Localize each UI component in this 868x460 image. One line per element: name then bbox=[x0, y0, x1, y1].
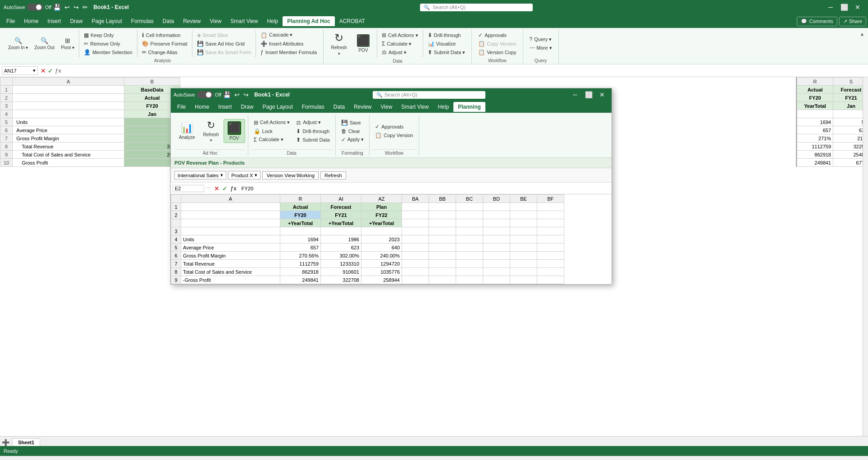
s-menu-home[interactable]: Home bbox=[190, 102, 214, 112]
menu-insert[interactable]: Insert bbox=[43, 16, 65, 26]
save-icon[interactable]: 💾 bbox=[51, 4, 63, 11]
menu-view[interactable]: View bbox=[206, 16, 226, 26]
s-menu-pagelayout[interactable]: Page Layout bbox=[258, 102, 297, 112]
second-formula-menu[interactable]: ⋯ bbox=[206, 185, 211, 191]
menu-help[interactable]: Help bbox=[262, 16, 283, 26]
add-sheet-btn[interactable]: ➕ bbox=[2, 439, 9, 446]
remove-only-btn[interactable]: ✂ Remove Only bbox=[81, 40, 135, 48]
second-cell-ref[interactable]: E2 bbox=[173, 185, 204, 192]
second-undo-icon[interactable]: ↩ bbox=[233, 91, 242, 98]
calculate-btn[interactable]: Σ Calculate ▾ bbox=[379, 40, 421, 48]
analyze-btn[interactable]: 📊 Analyze bbox=[175, 120, 199, 142]
menu-review[interactable]: Review bbox=[178, 16, 205, 26]
second-cell-actions-btn[interactable]: ⊞ Cell Actions ▾ bbox=[251, 119, 293, 127]
second-refresh-btn[interactable]: ↻ Refresh ▾ bbox=[200, 118, 223, 144]
second-calculate-btn[interactable]: Σ Calculate ▾ bbox=[251, 136, 293, 144]
insert-member-btn[interactable]: ƒ Insert Member Formula bbox=[258, 48, 320, 56]
second-search[interactable]: 🔍 Search (Alt+Q) bbox=[373, 91, 485, 99]
touch-icon[interactable]: ✏ bbox=[81, 4, 90, 11]
cell-name-box[interactable]: AN17 ▾ bbox=[2, 66, 38, 75]
restore-btn[interactable]: ⬜ bbox=[837, 0, 851, 14]
comments-btn[interactable]: 💬 Comments bbox=[797, 17, 837, 26]
second-redo-icon[interactable]: ↪ bbox=[242, 91, 251, 98]
s-menu-view[interactable]: View bbox=[376, 102, 397, 112]
second-close-btn[interactable]: ✕ bbox=[595, 87, 609, 102]
search-bar[interactable]: 🔍 Search (Alt+Q) bbox=[420, 4, 533, 11]
second-save-btn[interactable]: 💾 Save bbox=[338, 119, 367, 127]
change-alias-btn[interactable]: ✏ Change Alias bbox=[139, 48, 190, 56]
menu-acrobat[interactable]: ACROBAT bbox=[335, 16, 370, 26]
formula-confirm-icon[interactable]: ✓ bbox=[48, 67, 53, 74]
formula-cancel-icon[interactable]: ✕ bbox=[41, 67, 46, 74]
formula-input[interactable] bbox=[64, 70, 866, 72]
member-selection-btn[interactable]: 👤 Member Selection bbox=[81, 48, 135, 56]
second-approvals-btn[interactable]: ✓ Approvals bbox=[372, 123, 416, 131]
second-restore-btn[interactable]: ⬜ bbox=[582, 87, 595, 102]
autosave-toggle[interactable]: AutoSave Off bbox=[4, 4, 51, 11]
smart-slice-btn[interactable]: ◈ Smart Slice bbox=[194, 31, 254, 39]
refresh-btn[interactable]: ↻ Refresh ▾ bbox=[327, 30, 351, 58]
menu-planning-adhoc[interactable]: Planning Ad Hoc bbox=[283, 16, 335, 26]
name-box-dropdown[interactable]: ▾ bbox=[33, 68, 36, 74]
menu-pagelayout[interactable]: Page Layout bbox=[87, 16, 126, 26]
second-copy-ver-btn[interactable]: 📋 Copy Version bbox=[372, 131, 416, 139]
minimize-btn[interactable]: ─ bbox=[824, 0, 837, 14]
version-copy-btn[interactable]: 📋 Version Copy bbox=[475, 48, 519, 56]
pov-btn[interactable]: ⬛ POV bbox=[352, 32, 375, 55]
keep-only-btn[interactable]: ▦ Keep Only bbox=[81, 31, 135, 39]
second-func-icon[interactable]: ƒx bbox=[230, 185, 237, 192]
menu-formulas[interactable]: Formulas bbox=[127, 16, 158, 26]
preserve-format-btn[interactable]: 🎨 Preserve Format bbox=[139, 40, 190, 48]
s-menu-draw[interactable]: Draw bbox=[236, 102, 258, 112]
collapse-ribbon-btn[interactable]: ▲ bbox=[860, 32, 864, 37]
second-apply-btn[interactable]: ✓ Apply ▾ bbox=[338, 136, 367, 144]
cell-actions-btn[interactable]: ⊞ Cell Actions ▾ bbox=[379, 31, 421, 39]
second-autosave[interactable]: AutoSave Off bbox=[174, 91, 221, 98]
menu-file[interactable]: File bbox=[2, 16, 19, 26]
visualize-btn[interactable]: 📊 Visualize bbox=[425, 40, 468, 48]
second-toggle[interactable] bbox=[197, 91, 213, 98]
s-menu-help[interactable]: Help bbox=[433, 102, 453, 112]
drill-through-btn[interactable]: ⬇ Drill-through bbox=[425, 31, 468, 39]
s-menu-file[interactable]: File bbox=[173, 102, 190, 112]
s-menu-insert[interactable]: Insert bbox=[214, 102, 236, 112]
second-submit-btn[interactable]: ⬆ Submit Data bbox=[293, 136, 333, 144]
pov-dropdown1[interactable]: International Sales ▾ bbox=[174, 171, 226, 179]
vertical-scrollbar[interactable] bbox=[863, 77, 868, 436]
copy-version-btn[interactable]: 📋 Copy Version bbox=[475, 40, 519, 48]
pov-refresh-btn[interactable]: Refresh bbox=[320, 171, 346, 179]
second-confirm-icon[interactable]: ✓ bbox=[222, 185, 228, 192]
s-menu-formulas[interactable]: Formulas bbox=[297, 102, 329, 112]
save-adhoc-btn[interactable]: 💾 Save Ad Hoc Grid bbox=[194, 40, 254, 48]
cascade-btn[interactable]: 📋 Cascade ▾ bbox=[258, 31, 320, 39]
menu-home[interactable]: Home bbox=[19, 16, 43, 26]
save-smart-btn[interactable]: 💾 Save As Smart Form bbox=[194, 48, 254, 56]
s-menu-smartview[interactable]: Smart View bbox=[397, 102, 433, 112]
approvals-btn[interactable]: ✓ Approvals bbox=[475, 31, 519, 39]
second-min-btn[interactable]: ─ bbox=[568, 87, 582, 102]
redo-icon[interactable]: ↪ bbox=[72, 4, 81, 11]
pivot-btn[interactable]: ⊞ Pivot ▾ bbox=[58, 35, 77, 52]
menu-data[interactable]: Data bbox=[158, 16, 178, 26]
sheet1-tab[interactable]: Sheet1 bbox=[12, 438, 40, 446]
second-save-icon[interactable]: 💾 bbox=[221, 91, 233, 98]
second-drill-btn[interactable]: ⬇ Drill-through bbox=[293, 127, 333, 135]
close-btn[interactable]: ✕ bbox=[851, 0, 864, 14]
menu-draw[interactable]: Draw bbox=[65, 16, 87, 26]
second-pov-btn[interactable]: ⬛ POV bbox=[224, 119, 245, 143]
s-menu-planning[interactable]: Planning bbox=[453, 102, 485, 112]
second-clear-btn[interactable]: 🗑 Clear bbox=[338, 127, 367, 135]
query-btn[interactable]: ? Query ▾ bbox=[527, 35, 555, 43]
more-btn[interactable]: ⋯ More ▾ bbox=[527, 44, 555, 52]
pov-dropdown2[interactable]: Product X ▾ bbox=[228, 171, 260, 179]
formula-func-icon[interactable]: ƒx bbox=[55, 67, 61, 74]
menu-smartview[interactable]: Smart View bbox=[226, 16, 262, 26]
submit-data-btn[interactable]: ⬆ Submit Data ▾ bbox=[425, 48, 468, 56]
s-menu-data[interactable]: Data bbox=[329, 102, 349, 112]
undo-icon[interactable]: ↩ bbox=[63, 4, 72, 11]
autosave-switch[interactable] bbox=[27, 4, 43, 11]
second-lock-btn[interactable]: 🔒 Lock bbox=[251, 127, 293, 135]
insert-attrs-btn[interactable]: ➕ Insert Attributes bbox=[258, 40, 320, 48]
cell-info-btn[interactable]: ℹ Cell Information bbox=[139, 31, 190, 39]
s-menu-review[interactable]: Review bbox=[349, 102, 376, 112]
